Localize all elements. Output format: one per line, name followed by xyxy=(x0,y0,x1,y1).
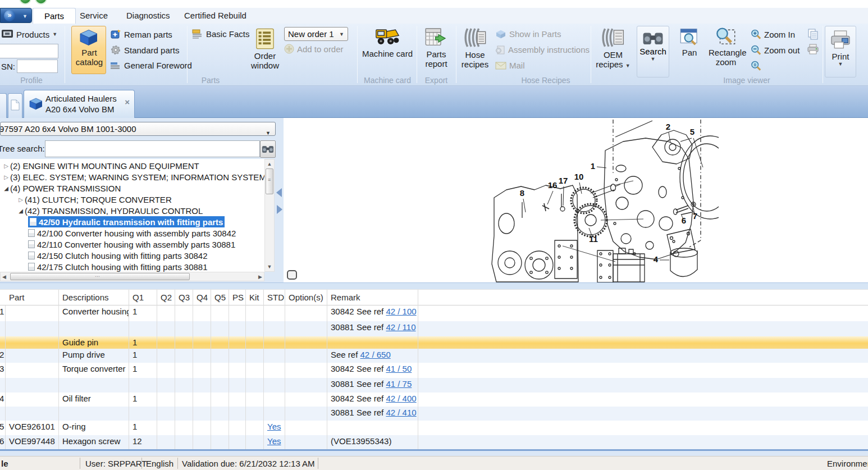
tree-search-button[interactable] xyxy=(260,140,276,158)
std-link[interactable]: Yes xyxy=(267,422,281,431)
scroll-right-icon[interactable]: ▶ xyxy=(258,274,262,280)
standard-parts-button[interactable]: Standard parts xyxy=(110,45,179,55)
tree-item[interactable]: ◢(42) TRANSMISSION, HYDRAULIC CONTROL xyxy=(17,205,203,216)
zoom-reset-button[interactable]: 0 xyxy=(751,61,761,71)
part-catalog-button[interactable]: Part catalog xyxy=(71,26,106,74)
column-header[interactable]: Kit xyxy=(246,290,264,305)
mail-button[interactable]: Mail xyxy=(495,61,525,70)
tree-item[interactable]: ▷(41) CLUTCH; TORQUE CONVERTER xyxy=(17,194,172,205)
tree-item-selected[interactable]: 42/50 Hydraulic transmission with fittin… xyxy=(28,216,225,227)
tree-item-leaf[interactable]: 42/175 Clutch housing with fitting parts… xyxy=(28,262,208,272)
window-button-icon[interactable] xyxy=(19,0,31,4)
tree-expanded-icon[interactable]: ◢ xyxy=(2,185,10,191)
column-header[interactable]: Part xyxy=(6,290,59,305)
tab-articulated-haulers[interactable]: Articulated Haulers A20 6x4 Volvo BM × xyxy=(24,90,135,118)
tree-expanded-icon[interactable]: ◢ xyxy=(17,208,25,214)
products-button[interactable]: Products ▼ xyxy=(1,29,57,39)
see-ref-link[interactable]: 42 / 650 xyxy=(360,350,391,359)
sn-input[interactable] xyxy=(17,60,58,73)
column-header[interactable]: PS xyxy=(229,290,246,305)
print-button[interactable]: Print ▼ xyxy=(825,26,856,77)
see-ref-link[interactable]: 42 / 100 xyxy=(386,307,416,316)
see-ref-link[interactable]: 42 / 400 xyxy=(386,394,416,403)
basic-facts-button[interactable]: Basic Facts xyxy=(192,29,250,39)
column-header[interactable]: Descriptions xyxy=(59,290,129,305)
image-viewer[interactable]: 125816171011674 xyxy=(284,118,868,282)
model-select[interactable]: 97597 A20 6x4 Volvo BM 1001-3000 ▼ xyxy=(0,122,276,136)
scroll-up-icon[interactable]: ▲ xyxy=(265,161,274,167)
pan-button[interactable]: Pan xyxy=(676,26,703,75)
tree-hscroll-thumb[interactable]: ⋯ xyxy=(10,273,190,280)
tree-item[interactable]: 42/100 Converter housing with assembly p… xyxy=(28,227,236,239)
tree-item[interactable]: 42/50 Hydraulic transmission with fittin… xyxy=(28,216,225,227)
see-ref-link[interactable]: 42 / 110 xyxy=(386,322,415,332)
column-header[interactable]: Remark xyxy=(327,290,418,305)
table-row[interactable]: 6VOE997448Hexagon screw12Yes(VOE13955343… xyxy=(0,435,868,449)
column-header[interactable]: Q1 xyxy=(129,290,157,305)
tree-item[interactable]: ▷(3) ELEC. SYSTEM; WARNING SYSTEM; INFOR… xyxy=(2,171,264,182)
partial-tab[interactable] xyxy=(0,93,7,118)
rectangle-zoom-button[interactable]: Rectangle zoom xyxy=(709,26,743,75)
tree-item[interactable]: 42/175 Clutch housing with fitting parts… xyxy=(28,261,208,272)
column-header[interactable]: Q2 xyxy=(157,290,175,305)
table-row[interactable]: 30881 See ref 41 / 75 xyxy=(0,378,868,393)
table-row-highlighted[interactable]: Guide pin1 xyxy=(0,336,868,349)
quick-print-button[interactable] xyxy=(807,44,819,55)
tab-service[interactable]: Service xyxy=(68,8,119,24)
general-foreword-button[interactable]: General Foreword xyxy=(110,61,192,70)
column-header[interactable]: STD xyxy=(264,290,285,305)
scroll-left-icon[interactable]: ◀ xyxy=(2,274,6,280)
see-ref-link[interactable]: 41 / 75 xyxy=(386,379,412,389)
tree-item-leaf[interactable]: 42/110 Converter housing with assembly p… xyxy=(28,240,235,249)
application-menu-button[interactable]: » ▼ xyxy=(0,8,32,23)
tab-diagnostics[interactable]: Diagnostics xyxy=(115,8,181,24)
status-language[interactable]: English xyxy=(146,458,173,469)
parts-report-button[interactable]: Parts report xyxy=(419,26,454,75)
show-in-parts-button[interactable]: Show in Parts xyxy=(495,29,561,39)
table-row[interactable]: 1Converter housing130842 See ref 42 / 10… xyxy=(0,305,868,321)
assembly-instructions-button[interactable]: Assembly instructions xyxy=(495,45,590,54)
table-row[interactable]: 3Torque converter130842 See ref 41 / 50 xyxy=(0,363,868,378)
table-row[interactable]: 2Pump drive1See ref 42 / 650 xyxy=(0,349,868,363)
splitter-expand-right-icon[interactable] xyxy=(277,205,282,214)
table-row[interactable]: 30881 See ref 42 / 110 xyxy=(0,321,868,336)
tree-item-leaf[interactable]: 42/150 Clutch housing with fitting parts… xyxy=(28,251,208,261)
tab-certified-rebuild[interactable]: Certified Rebuild xyxy=(173,8,258,24)
reman-parts-button[interactable]: Reman parts xyxy=(110,29,172,39)
tree-vscrollbar[interactable]: ▲ ≡ ▼ xyxy=(264,159,275,272)
tree-item[interactable]: 42/150 Clutch housing with fitting parts… xyxy=(28,250,208,261)
table-row[interactable]: 30881 See ref 42 / 410 xyxy=(0,407,868,421)
splitter-collapse-left-icon[interactable] xyxy=(276,188,282,197)
see-ref-link[interactable]: 41 / 50 xyxy=(386,364,412,373)
resize-grip[interactable] xyxy=(287,270,297,280)
scroll-down-icon[interactable]: ▼ xyxy=(265,264,274,270)
zoom-out-button[interactable]: Zoom out xyxy=(751,45,800,55)
hose-recipes-button[interactable]: Hose recipes xyxy=(459,26,491,75)
see-ref-link[interactable]: 42 / 410 xyxy=(386,408,416,417)
tree-hscrollbar[interactable]: ◀ ⋯ ▶ xyxy=(0,272,264,281)
column-header[interactable]: Q5 xyxy=(211,290,229,305)
tree-item[interactable]: ▷(2) ENGINE WITH MOUNTING AND EQUIPMENT xyxy=(2,160,199,171)
new-order-select[interactable]: New order 1 ▼ xyxy=(284,27,348,41)
copy-image-button[interactable] xyxy=(807,28,819,40)
tree-item-leaf[interactable]: 42/100 Converter housing with assembly p… xyxy=(28,229,236,238)
zoom-in-button[interactable]: Zoom In xyxy=(751,29,795,39)
oem-recipes-button[interactable]: OEM recipes ▼ xyxy=(594,26,632,75)
machine-card-button[interactable]: Machine card xyxy=(362,26,413,75)
tree-item[interactable]: 42/110 Converter housing with assembly p… xyxy=(28,239,235,250)
tree-collapsed-icon[interactable]: ▷ xyxy=(17,197,25,203)
order-window-button[interactable]: Order window xyxy=(252,26,278,75)
search-button[interactable]: Search ▼ xyxy=(637,26,669,77)
std-link[interactable]: Yes xyxy=(267,436,281,446)
profile-input[interactable] xyxy=(0,44,58,58)
tree-collapsed-icon[interactable]: ▷ xyxy=(2,174,10,180)
table-row[interactable]: 4Oil filter130842 See ref 42 / 400 xyxy=(0,393,868,407)
close-icon[interactable]: × xyxy=(125,97,130,107)
tree-item[interactable]: ◢(4) POWER TRANSMISSION xyxy=(2,182,121,194)
tree-collapsed-icon[interactable]: ▷ xyxy=(2,163,10,169)
add-to-order-button[interactable]: Add to order xyxy=(284,44,344,54)
tree-search-input[interactable] xyxy=(45,140,260,157)
tree-vscroll-thumb[interactable]: ≡ xyxy=(266,168,273,194)
table-row[interactable]: 5VOE926101O-ring1Yes xyxy=(0,421,868,435)
column-header[interactable]: Q4 xyxy=(193,290,211,305)
